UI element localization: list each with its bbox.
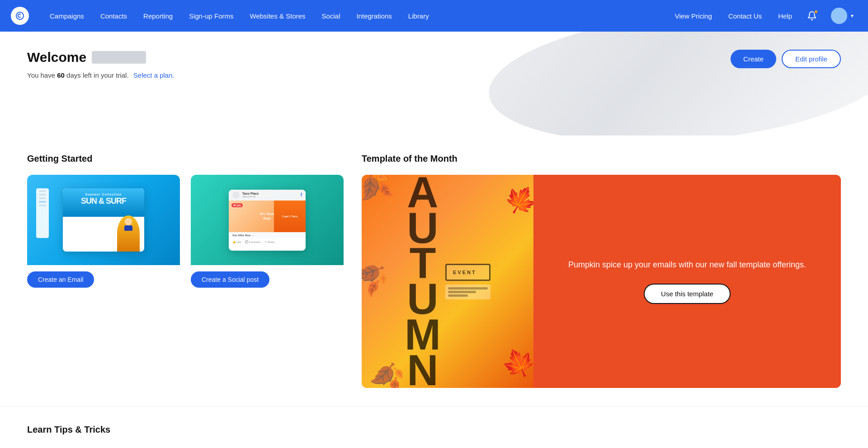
template-info: Pumpkin spice up your emails with our ne…: [533, 175, 841, 388]
nav-library[interactable]: Library: [400, 0, 437, 32]
autumn-letters-left: AUTUMN: [405, 175, 438, 388]
template-card: 🍂 🍁 🍂 🍁 🍂 AUTUMN EVENT: [362, 175, 841, 388]
hero-content: Welcome You have 60 days left in your tr…: [27, 50, 841, 79]
leaf-decoration-1: 🍂: [362, 175, 396, 207]
social-mock-header: Taco Place Sponsored f: [229, 190, 306, 201]
navbar: Campaigns Contacts Reporting Sign-up For…: [0, 0, 868, 32]
email-mock-person: [117, 215, 140, 252]
social-mock-cta: Get Offer Now →: [229, 232, 306, 238]
nav-contact-us[interactable]: Contact Us: [724, 0, 766, 32]
social-mock: Taco Place Sponsored f ❤ 233 It's TacoDa…: [229, 190, 306, 251]
like-badge: ❤ 233: [231, 203, 243, 207]
autumn-event-label: EVENT: [453, 270, 483, 275]
notification-dot: [814, 9, 818, 14]
getting-started-cards: Summer Collection SUN & SURF: [27, 175, 344, 288]
email-card: Summer Collection SUN & SURF: [27, 175, 180, 288]
edit-profile-button[interactable]: Edit profile: [782, 50, 841, 68]
social-card: Taco Place Sponsored f ❤ 233 It's TacoDa…: [191, 175, 344, 288]
svg-rect-2: [124, 225, 132, 231]
nav-integrations[interactable]: Integrations: [348, 0, 400, 32]
email-mock-sublabel: Summer Collection: [85, 193, 122, 196]
nav-reporting[interactable]: Reporting: [135, 0, 181, 32]
template-description: Pumpkin spice up your emails with our ne…: [568, 259, 806, 271]
nav-view-pricing[interactable]: View Pricing: [670, 0, 717, 32]
leaf-decoration-5: 🍂: [362, 253, 395, 299]
email-mock-main: SUN & SURF: [81, 197, 126, 205]
learn-section-title: Learn Tips & Tricks: [27, 425, 841, 435]
getting-started-title: Getting Started: [27, 154, 344, 164]
nav-help[interactable]: Help: [774, 0, 797, 32]
template-section-title: Template of the Month: [362, 154, 841, 164]
autumn-event-box: EVENT: [445, 264, 491, 281]
select-plan-link[interactable]: Select a plan.: [133, 71, 175, 79]
email-card-image: Summer Collection SUN & SURF: [27, 175, 180, 265]
trial-days: 60: [57, 71, 65, 79]
hero-bg-decoration: [484, 32, 868, 135]
autumn-bg: 🍂 🍁 🍂 🍁 🍂 AUTUMN EVENT: [362, 175, 533, 388]
autumn-main-text-group: AUTUMN EVENT: [405, 175, 491, 388]
nav-campaigns[interactable]: Campaigns: [42, 0, 92, 32]
create-email-button[interactable]: Create an Email: [27, 271, 94, 288]
social-mock-footer: 👍 Like 💬 Comment ↗ Share: [229, 238, 306, 245]
trial-message: You have 60 days left in your trial. Sel…: [27, 71, 841, 79]
autumn-right-panel: EVENT: [445, 264, 491, 299]
notification-bell[interactable]: [804, 8, 820, 24]
social-card-btn-row: Create a Social post: [191, 265, 344, 288]
navbar-right: View Pricing Contact Us Help ▾: [670, 0, 857, 32]
create-social-button[interactable]: Create a Social post: [191, 271, 269, 288]
svg-point-1: [125, 218, 132, 225]
leaf-decoration-3: 🍂: [367, 357, 408, 388]
nav-social[interactable]: Social: [314, 0, 349, 32]
main-content: Getting Started Summer Collection SUN & …: [0, 135, 868, 406]
template-image: 🍂 🍁 🍂 🍁 🍂 AUTUMN EVENT: [362, 175, 533, 388]
chevron-down-icon: ▾: [851, 13, 854, 19]
autumn-mini-preview: [445, 285, 491, 299]
nav-signup-forms[interactable]: Sign-up Forms: [181, 0, 241, 32]
brand-logo[interactable]: [11, 7, 29, 25]
email-sidebar-mock: [36, 188, 49, 238]
template-of-month-section: Template of the Month 🍂 🍁 🍂 🍁 🍂 AUTUMN: [362, 154, 841, 388]
avatar-circle: [831, 8, 847, 24]
two-col-layout: Getting Started Summer Collection SUN & …: [27, 154, 841, 388]
email-card-btn-row: Create an Email: [27, 265, 180, 288]
nav-links: Campaigns Contacts Reporting Sign-up For…: [42, 0, 670, 32]
hero-title: Welcome: [27, 50, 841, 65]
leaf-decoration-4: 🍁: [497, 341, 533, 385]
learn-section: Learn Tips & Tricks: [0, 406, 868, 448]
user-avatar[interactable]: ▾: [827, 0, 857, 32]
welcome-text: Welcome: [27, 50, 86, 65]
use-template-button[interactable]: Use this template: [644, 284, 731, 304]
email-preview-mock: Summer Collection SUN & SURF: [63, 188, 144, 252]
hero-section: Welcome You have 60 days left in your tr…: [0, 32, 868, 135]
hero-buttons: Create Edit profile: [731, 50, 841, 68]
social-mock-img: ❤ 233 It's TacoDay! 1 get 1 Taco: [229, 201, 306, 232]
nav-websites-stores[interactable]: Websites & Stores: [242, 0, 314, 32]
nav-contacts[interactable]: Contacts: [92, 0, 135, 32]
username-blurred: [92, 51, 146, 64]
social-card-image: Taco Place Sponsored f ❤ 233 It's TacoDa…: [191, 175, 344, 265]
getting-started-section: Getting Started Summer Collection SUN & …: [27, 154, 344, 388]
leaf-decoration-2: 🍁: [498, 177, 533, 222]
create-button[interactable]: Create: [731, 50, 776, 68]
